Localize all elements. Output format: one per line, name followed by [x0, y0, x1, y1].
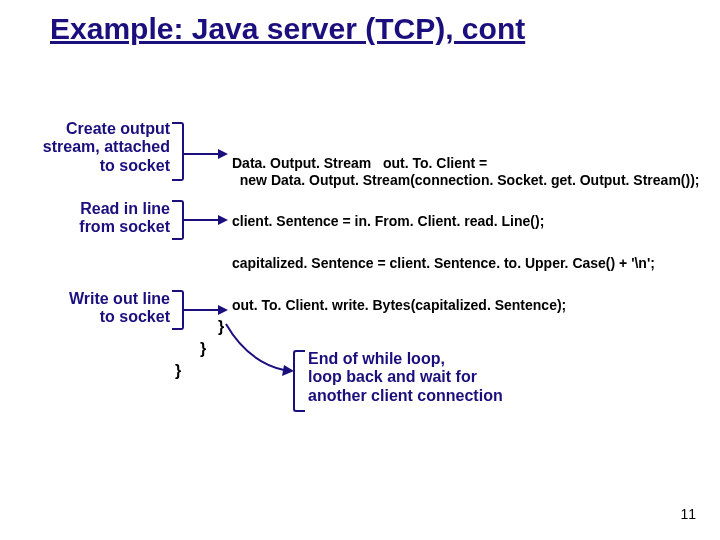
bracket-icon [293, 350, 305, 412]
code-dataoutputstream: Data. Output. Stream out. To. Client = n… [232, 155, 699, 189]
arrow-icon [184, 304, 228, 316]
bracket-icon [172, 200, 184, 240]
code-readline: client. Sentence = in. From. Client. rea… [232, 213, 544, 230]
brace-close: } [200, 340, 206, 358]
page-number: 11 [680, 506, 696, 522]
svg-marker-3 [218, 215, 228, 225]
brace-close: } [175, 362, 181, 380]
bracket-icon [172, 290, 184, 330]
arrow-icon [184, 214, 228, 226]
code-touppercase: capitalized. Sentence = client. Sentence… [232, 255, 655, 272]
slide: Example: Java server (TCP), cont Create … [0, 0, 720, 540]
slide-title: Example: Java server (TCP), cont [50, 12, 525, 46]
svg-marker-1 [218, 149, 228, 159]
arrow-icon [184, 148, 228, 160]
code-writebytes: out. To. Client. write. Bytes(capitalize… [232, 297, 566, 314]
annotation-read-line: Read in linefrom socket [60, 200, 170, 237]
brace-close: } [218, 318, 224, 336]
bracket-icon [172, 122, 184, 181]
annotation-write-line: Write out lineto socket [50, 290, 170, 327]
annotation-create-output: Create outputstream, attachedto socket [40, 120, 170, 175]
arrow-icon [226, 322, 296, 382]
callout-end-loop: End of while loop,loop back and wait for… [308, 350, 503, 405]
svg-marker-5 [218, 305, 228, 315]
